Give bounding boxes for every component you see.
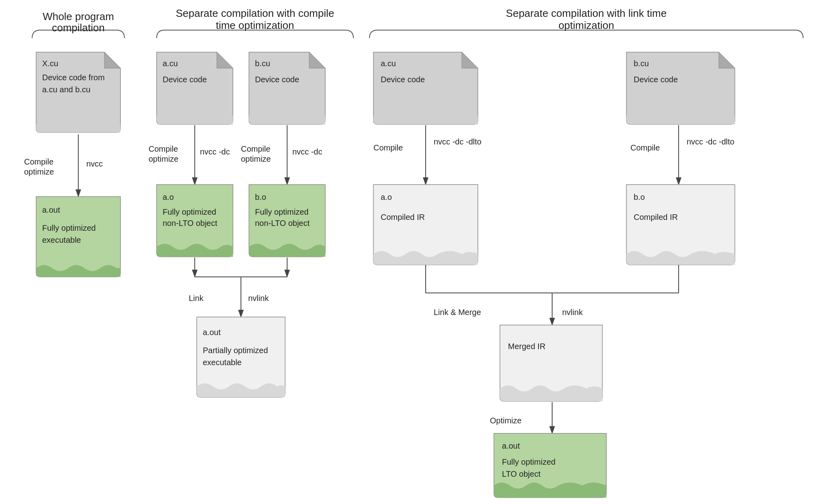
output-aout-1-wave — [36, 265, 120, 277]
inter-sublabel-bo-2-2: non-LTO object — [255, 219, 310, 228]
step-compile-3b: Compile — [630, 143, 660, 152]
source-doc-xcu-ear — [104, 52, 120, 68]
source-label-acu-3: a.cu — [381, 59, 396, 68]
source-label-acu-2: a.cu — [163, 59, 178, 68]
merged-ir-label: Merged IR — [508, 342, 545, 351]
source-label-bcu-3: b.cu — [634, 59, 649, 68]
source-sublabel-xcu-2: a.cu and b.cu — [42, 85, 90, 94]
source-doc-bcu-2-ear — [309, 52, 325, 68]
step-compile-2b-1: Compile — [241, 144, 270, 153]
source-label-xcu: X.cu — [42, 59, 58, 68]
step-compile-optimize-1: Compile — [24, 157, 53, 166]
step-tool-nvcc: nvcc — [86, 159, 103, 168]
output-aout-2-wave — [197, 384, 285, 398]
link-merge-tool-3: nvlink — [562, 308, 583, 317]
inter-label-bo-3: b.o — [634, 193, 645, 201]
inter-label-ao-3: a.o — [381, 193, 392, 201]
source-label-bcu-2: b.cu — [255, 59, 270, 68]
section3-title-line2: optimization — [559, 19, 614, 31]
output-sublabel-aout-2-2: executable — [203, 358, 242, 367]
section2-title-line1: Separate compilation with compile — [176, 7, 334, 19]
section1-title-line2: compilation — [52, 22, 105, 34]
inter-label-ao-2: a.o — [163, 193, 174, 201]
diagram-container: Whole program compilation X.cu Device co… — [0, 0, 826, 504]
output-sublabel-aout-1-2: executable — [42, 236, 81, 244]
section1-title-line1: Whole program — [43, 10, 114, 22]
source-doc-acu-3-ear — [462, 52, 478, 68]
source-sublabel-xcu-1: Device code from — [42, 73, 105, 82]
inter-sublabel-ao-2-1: Fully optimized — [163, 207, 216, 216]
inter-sublabel-bo-3: Compiled IR — [634, 213, 678, 222]
step-tool-3a: nvcc -dc -dlto — [434, 137, 481, 146]
output-sublabel-aout-3-2: LTO object — [502, 469, 540, 478]
section3-title-line1: Separate compilation with link time — [506, 7, 667, 19]
link-label-2: Link — [189, 294, 204, 303]
step-compile-2a-2: optimize — [149, 154, 178, 163]
output-sublabel-aout-2-1: Partially optimized — [203, 346, 268, 355]
step-compile-optimize-2: optimize — [24, 167, 54, 176]
step-compile-3a: Compile — [373, 143, 403, 152]
step-tool-nvccdc-b: nvcc -dc — [292, 147, 322, 156]
step-tool-3b: nvcc -dc -dlto — [687, 137, 734, 146]
link-tool-2: nvlink — [248, 294, 269, 303]
inter-sublabel-ao-3: Compiled IR — [381, 213, 425, 222]
source-sublabel-bcu-2: Device code — [255, 75, 299, 84]
output-sublabel-aout-1-1: Fully optimized — [42, 224, 96, 232]
output-label-aout-3: a.out — [502, 441, 520, 450]
source-doc-xcu-wave — [36, 122, 120, 133]
inter-sublabel-ao-2-2: non-LTO object — [163, 219, 217, 228]
source-doc-bcu-3-ear — [719, 52, 735, 68]
source-doc-acu-2-ear — [217, 52, 233, 68]
optimize-label-3: Optimize — [490, 416, 522, 425]
step-compile-2b-2: optimize — [241, 154, 271, 163]
source-sublabel-bcu-3: Device code — [634, 75, 678, 84]
step-tool-nvccdca: nvcc -dc — [200, 147, 230, 156]
link-merge-label-3: Link & Merge — [434, 308, 481, 317]
source-sublabel-acu-3: Device code — [381, 75, 425, 84]
source-sublabel-acu-2: Device code — [163, 75, 207, 84]
output-label-aout-2: a.out — [203, 328, 221, 337]
section2-title-line2: time optimization — [216, 19, 294, 31]
inter-label-bo-2: b.o — [255, 193, 266, 201]
output-label-aout-1: a.out — [42, 205, 60, 214]
output-sublabel-aout-3-1: Fully optimized — [502, 457, 555, 466]
step-compile-2a-1: Compile — [149, 144, 178, 153]
inter-sublabel-bo-2-1: Fully optimized — [255, 207, 308, 216]
